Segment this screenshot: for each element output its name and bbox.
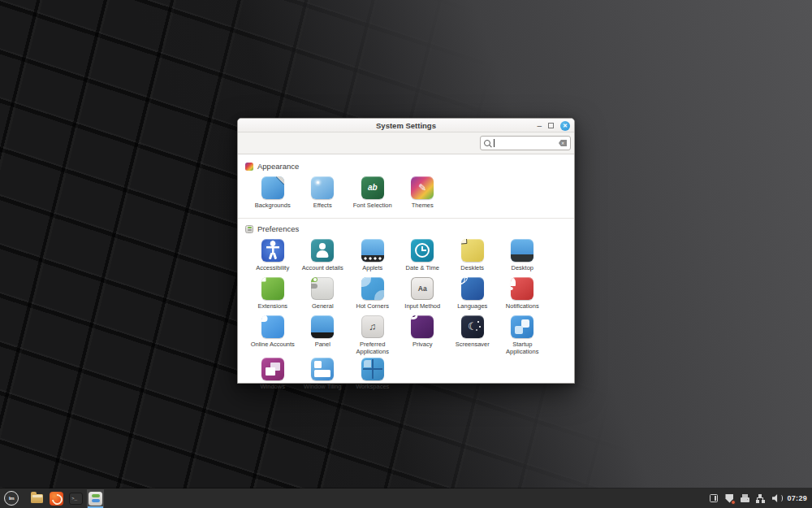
- settings-item-backgrounds[interactable]: Backgrounds: [248, 176, 298, 212]
- item-label: Privacy: [412, 341, 433, 348]
- section-header-preferences: Preferences: [238, 219, 574, 236]
- item-label: Windows: [261, 383, 285, 390]
- settings-item-window-tiling[interactable]: Window Tiling: [298, 358, 348, 393]
- settings-item-screensaver[interactable]: ☾Screensaver: [447, 315, 498, 355]
- languages-icon: [461, 277, 484, 300]
- titlebar[interactable]: System Settings – ✕: [238, 119, 574, 132]
- settings-item-hot-corners[interactable]: Hot Corners: [348, 277, 398, 313]
- date-time-icon: [411, 239, 434, 262]
- settings-item-date-time[interactable]: Date & Time: [398, 239, 448, 275]
- settings-item-preferred-applications[interactable]: ♫Preferred Applications: [348, 315, 398, 355]
- update-manager-tray-icon[interactable]: [724, 493, 734, 504]
- files-icon: [31, 494, 43, 503]
- settings-item-accessibility[interactable]: Accessibility: [248, 239, 298, 275]
- search-box[interactable]: ✕: [480, 136, 571, 150]
- settings-item-desklets[interactable]: Desklets: [447, 239, 498, 275]
- search-input[interactable]: [497, 139, 556, 147]
- settings-item-applets[interactable]: Applets: [348, 239, 398, 275]
- terminal-icon: >_: [69, 493, 83, 505]
- settings-item-privacy[interactable]: Privacy: [398, 315, 448, 355]
- effects-icon: [311, 176, 334, 199]
- settings-item-extensions[interactable]: Extensions: [248, 277, 298, 313]
- volume-tray-icon[interactable]: [771, 493, 780, 504]
- settings-item-panel[interactable]: Panel: [298, 315, 348, 355]
- privacy-icon: [411, 315, 434, 338]
- files-launcher[interactable]: [28, 489, 45, 508]
- desktop-icon: [511, 239, 533, 262]
- taskbar: lm >_ 07:29: [0, 488, 812, 508]
- panel-icon: [311, 315, 334, 338]
- section-grid-preferences: AccessibilityAccount detailsAppletsDate …: [248, 239, 574, 393]
- settings-item-effects[interactable]: Effects: [298, 176, 348, 212]
- section-label: Appearance: [257, 162, 299, 171]
- item-label: Applets: [362, 264, 382, 271]
- preferences-section-icon: [245, 225, 253, 233]
- maximize-button[interactable]: [548, 123, 554, 128]
- notifications-icon: [511, 277, 533, 300]
- taskbar-launchers: >_: [28, 489, 104, 508]
- settings-item-account-details[interactable]: Account details: [298, 239, 348, 275]
- settings-item-languages[interactable]: Languages: [447, 277, 498, 313]
- section-label: Preferences: [257, 224, 299, 233]
- system-tray: [709, 493, 780, 504]
- firefox-launcher[interactable]: [48, 489, 65, 508]
- mint-menu-button[interactable]: lm: [4, 491, 19, 506]
- item-label: Desktop: [511, 264, 533, 271]
- section-header-appearance: Appearance: [238, 156, 574, 173]
- applets-icon: [361, 239, 384, 262]
- item-label: Extensions: [257, 302, 287, 310]
- window-title: System Settings: [238, 119, 574, 132]
- extensions-icon: [261, 277, 284, 300]
- printer-tray-icon[interactable]: [740, 493, 749, 504]
- item-label: Workspaces: [356, 383, 389, 390]
- item-label: Online Accounts: [251, 341, 295, 348]
- settings-sections: AppearanceBackgroundsEffectsabFont Selec…: [238, 154, 574, 393]
- settings-item-online-accounts[interactable]: Online Accounts: [248, 315, 298, 355]
- settings-item-font-selection[interactable]: abFont Selection: [348, 176, 398, 212]
- windows-icon: [261, 358, 284, 380]
- settings-item-input-method[interactable]: AaInput Method: [398, 277, 448, 313]
- text-caret: [494, 139, 495, 147]
- window-tiling-icon: [311, 358, 334, 380]
- online-accounts-icon: [261, 315, 284, 338]
- desklets-icon: [461, 239, 484, 262]
- account-details-icon: [311, 239, 334, 262]
- network-link-lines: [757, 497, 763, 500]
- item-label: Window Tiling: [304, 383, 341, 390]
- input-method-icon: Aa: [411, 277, 434, 300]
- item-label: Languages: [457, 302, 487, 310]
- settings-item-startup-applications[interactable]: Startup Applications: [498, 315, 548, 355]
- search-toolbar: ✕: [238, 132, 574, 154]
- item-label: Desklets: [460, 264, 484, 271]
- settings-item-themes[interactable]: ✎Themes: [398, 176, 448, 212]
- item-label: Font Selection: [353, 202, 392, 209]
- close-button[interactable]: ✕: [560, 121, 570, 131]
- window-list-tray-icon[interactable]: [709, 493, 719, 504]
- settings-item-windows[interactable]: Windows: [248, 358, 298, 393]
- search-icon: [484, 140, 491, 147]
- item-label: Startup Applications: [498, 341, 546, 355]
- item-label: Hot Corners: [356, 302, 389, 310]
- hot-corners-icon: [361, 277, 384, 300]
- volume-wave: [779, 495, 783, 501]
- item-label: Input Method: [404, 302, 440, 310]
- settings-item-workspaces[interactable]: Workspaces: [348, 358, 398, 393]
- settings-item-general[interactable]: General: [298, 277, 348, 313]
- system-settings-launcher[interactable]: [87, 489, 104, 508]
- clear-search-icon[interactable]: ✕: [559, 140, 567, 146]
- window-list-glyph: [710, 494, 718, 502]
- item-label: Effects: [313, 202, 332, 209]
- workspaces-icon: [361, 358, 384, 380]
- minimize-button[interactable]: –: [537, 122, 542, 130]
- settings-item-notifications[interactable]: Notifications: [498, 277, 548, 313]
- item-label: Notifications: [506, 302, 539, 310]
- terminal-launcher[interactable]: >_: [67, 489, 84, 508]
- appearance-section-icon: [245, 163, 253, 171]
- item-label: Date & Time: [406, 264, 439, 271]
- themes-icon: ✎: [411, 176, 434, 199]
- system-settings-window: System Settings – ✕ ✕ AppearanceBackgrou…: [237, 118, 575, 384]
- network-tray-icon[interactable]: [755, 493, 765, 504]
- section-preferences: PreferencesAccessibilityAccount detailsA…: [238, 218, 574, 393]
- taskbar-clock[interactable]: 07:29: [787, 494, 807, 502]
- settings-item-desktop[interactable]: Desktop: [498, 239, 548, 275]
